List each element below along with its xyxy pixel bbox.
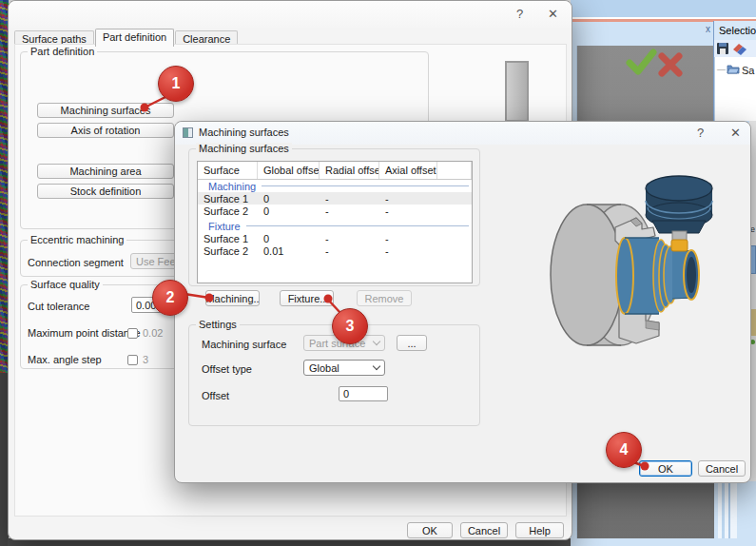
surfaces-table-header: Surface Global offset Radial offset Axia… xyxy=(198,162,472,180)
table-row[interactable]: Surface 10-- xyxy=(198,192,472,205)
table-group-fixture: Fixture xyxy=(198,220,472,232)
cut-tolerance-label: Cut tolerance xyxy=(28,301,89,312)
machining-surfaces-dialog: Machining surfaces ? ✕ Machining surface… xyxy=(174,121,751,483)
machining-area-button[interactable]: Machining area xyxy=(37,164,174,179)
eccentric-machining-group-title: Eccentric machining xyxy=(28,234,126,245)
operation-ok-button[interactable]: OK xyxy=(407,522,453,538)
cancel-x-icon[interactable] xyxy=(662,56,679,73)
machining-surfaces-ok-button[interactable]: OK xyxy=(639,460,692,477)
fixture-group-label: Fixture xyxy=(208,221,241,232)
col-radial-offset[interactable]: Radial offset xyxy=(320,162,379,179)
tree-item-label[interactable]: Sa xyxy=(742,65,754,76)
selections-toolbar xyxy=(714,40,756,57)
machining-surfaces-group-title: Machining surfaces xyxy=(196,143,292,154)
selections-tree[interactable]: — Sa xyxy=(714,57,756,121)
machining-surfaces-group: Machining surfaces Surface Global offset… xyxy=(188,148,480,286)
offset-type-label: Offset type xyxy=(202,363,252,375)
eraser-icon[interactable] xyxy=(733,44,746,55)
machining-button[interactable]: Machining.. xyxy=(205,290,260,306)
dialog-close-icon[interactable]: ✕ xyxy=(730,127,741,139)
settings-group-title: Settings xyxy=(196,319,240,330)
table-group-machining: Machining xyxy=(198,180,472,192)
part-3d-preview xyxy=(476,139,750,453)
fixture-button[interactable]: Fixture.. xyxy=(280,290,334,306)
max-angle-step-value: 3 xyxy=(143,354,148,365)
callout-step-3: 3 xyxy=(332,308,368,344)
stock-preview-graphic xyxy=(505,61,529,122)
table-row[interactable]: Surface 20.01-- xyxy=(198,244,472,257)
machining-surfaces-dialog-title: Machining surfaces xyxy=(199,127,289,138)
chevron-down-icon xyxy=(373,362,380,370)
chevron-down-icon xyxy=(373,338,380,345)
offset-label: Offset xyxy=(202,390,229,401)
folder-open-icon xyxy=(727,64,740,74)
part-definition-group-title: Part definition xyxy=(28,46,97,57)
max-point-distance-label: Maximum point distance xyxy=(28,327,141,339)
offset-type-value: Global xyxy=(309,362,339,374)
operation-dialog-titlebar[interactable]: ? ✕ xyxy=(9,1,572,28)
machining-surfaces-cancel-button[interactable]: Cancel xyxy=(698,460,746,477)
dialog-help-icon[interactable]: ? xyxy=(697,127,704,139)
remove-button[interactable]: Remove xyxy=(357,290,412,306)
tab-part-definition[interactable]: Part definition xyxy=(95,29,174,47)
viewport-confirm-icons xyxy=(616,46,688,82)
browse-surfaces-button[interactable]: ... xyxy=(397,335,427,351)
surfaces-table[interactable]: Surface Global offset Radial offset Axia… xyxy=(197,161,473,283)
selections-header: Selections xyxy=(714,21,756,40)
confirm-check-icon[interactable] xyxy=(630,52,653,71)
tree-expand-dash: — xyxy=(717,65,726,74)
offset-input[interactable]: 0 xyxy=(339,386,388,401)
panel-close-icon[interactable]: x xyxy=(706,25,713,34)
operation-cancel-button[interactable]: Cancel xyxy=(460,522,508,538)
table-row[interactable]: Surface 20-- xyxy=(198,205,472,217)
col-global-offset[interactable]: Global offset xyxy=(258,162,320,179)
close-icon[interactable]: ✕ xyxy=(548,8,558,20)
machining-surfaces-button[interactable]: Machining surfaces xyxy=(37,103,174,118)
offset-value: 0 xyxy=(343,388,349,400)
save-icon[interactable] xyxy=(717,43,728,54)
callout-step-2: 2 xyxy=(152,280,188,316)
axis-of-rotation-button[interactable]: Axis of rotation xyxy=(37,123,174,138)
callout-step-4: 4 xyxy=(606,432,642,468)
max-point-distance-value: 0.02 xyxy=(143,327,163,339)
col-extra xyxy=(437,162,472,179)
max-angle-step-label: Max. angle step xyxy=(28,354,102,365)
table-row[interactable]: Surface 10-- xyxy=(198,232,472,244)
stock-definition-button[interactable]: Stock definition xyxy=(37,184,174,199)
max-point-distance-checkbox[interactable] xyxy=(127,328,138,339)
col-surface[interactable]: Surface xyxy=(198,162,258,179)
machining-surface-label: Machining surface xyxy=(202,339,286,350)
window-top-band xyxy=(571,0,756,17)
callout-step-1: 1 xyxy=(158,66,194,102)
screen: x Selections — Sa e xyxy=(0,0,756,546)
selections-title: Selections xyxy=(719,25,756,36)
machining-group-label: Machining xyxy=(208,181,256,192)
dialog-app-icon xyxy=(183,127,193,138)
connection-segment-label: Connection segment xyxy=(28,257,124,268)
surface-quality-group-title: Surface quality xyxy=(28,279,103,290)
col-axial-offset[interactable]: Axial offset xyxy=(379,162,437,179)
operation-help-button[interactable]: Help xyxy=(515,522,564,538)
tab-bar: Surface pathsPart definitionClearance xyxy=(14,29,239,45)
help-icon[interactable]: ? xyxy=(516,8,523,20)
offset-type-select[interactable]: Global xyxy=(303,360,385,376)
max-angle-step-checkbox[interactable] xyxy=(127,355,138,365)
